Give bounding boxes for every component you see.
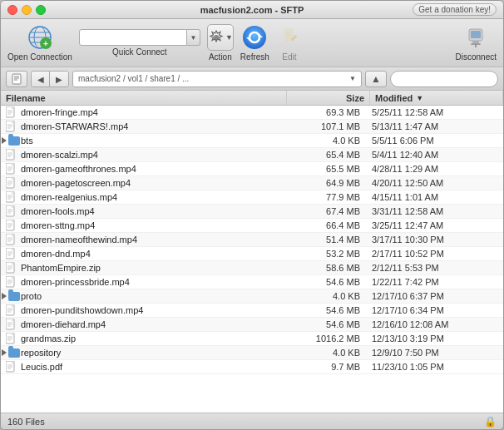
file-modified: 4/20/11 12:50 AM xyxy=(367,178,500,188)
file-icon xyxy=(4,332,17,345)
filename-column-header[interactable]: Filename xyxy=(1,91,287,105)
action-label: Action xyxy=(209,52,232,62)
file-name: bts xyxy=(21,136,284,146)
table-row[interactable]: dmoren-fools.mp467.4 MB3/31/11 12:58 AM xyxy=(1,205,503,219)
file-icon xyxy=(4,261,17,274)
table-row[interactable]: dmoren-gameofthrones.mp465.5 MB4/28/11 1… xyxy=(1,162,503,176)
table-row[interactable]: dmoren-sttng.mp466.4 MB3/25/11 12:47 AM xyxy=(1,219,503,233)
file-icon xyxy=(4,106,17,119)
file-icon xyxy=(4,120,17,133)
main-window: macfusion2.com - SFTP Get a donation key… xyxy=(0,0,504,430)
file-icon xyxy=(4,190,17,204)
file-modified: 4/15/11 1:01 AM xyxy=(367,192,500,202)
file-name: dmoren-gameofthrones.mp4 xyxy=(21,164,284,174)
table-row[interactable]: grandmas.zip1016.2 MB12/13/10 3:19 PM xyxy=(1,332,503,346)
donation-button[interactable]: Get a donation key! xyxy=(413,3,497,16)
file-name: Leucis.pdf xyxy=(21,362,284,372)
table-row[interactable]: dmoren-diehard.mp454.6 MB12/16/10 12:08 … xyxy=(1,318,503,332)
file-icon xyxy=(4,176,17,190)
file-size: 4.0 KB xyxy=(284,291,367,301)
file-size: 58.6 MB xyxy=(284,263,367,273)
file-name: dmoren-punditshowdown.mp4 xyxy=(21,305,284,315)
bookmarks-button[interactable] xyxy=(6,71,27,87)
file-size: 4.0 KB xyxy=(284,348,367,358)
file-modified: 5/13/11 1:47 AM xyxy=(367,121,500,131)
file-modified: 5/4/11 12:40 AM xyxy=(367,150,500,160)
file-name: repository xyxy=(21,348,284,358)
file-size: 65.4 MB xyxy=(284,150,367,160)
table-row[interactable]: dmoren-STARWARS!.mp4107.1 MB5/13/11 1:47… xyxy=(1,120,503,134)
maximize-button[interactable] xyxy=(36,5,46,15)
lock-icon: 🔒 xyxy=(484,416,497,428)
edit-label: Edit xyxy=(282,52,296,62)
table-row[interactable]: dmoren-realgenius.mp477.9 MB4/15/11 1:01… xyxy=(1,190,503,205)
table-row[interactable]: dmoren-nameofthewind.mp451.4 MB3/17/11 1… xyxy=(1,233,503,247)
table-row[interactable]: dmoren-punditshowdown.mp454.6 MB12/17/10… xyxy=(1,304,503,318)
close-button[interactable] xyxy=(7,5,17,15)
file-size: 54.6 MB xyxy=(284,319,367,329)
quick-connect-input-row: ▼ xyxy=(79,29,200,46)
file-size: 77.9 MB xyxy=(284,192,367,202)
refresh-label: Refresh xyxy=(240,52,269,62)
file-name: dmoren-realgenius.mp4 xyxy=(21,192,284,202)
refresh-button[interactable]: Refresh xyxy=(240,24,269,62)
file-size: 51.4 MB xyxy=(284,235,367,245)
quick-connect-dropdown[interactable]: ▼ xyxy=(187,29,200,46)
table-row[interactable]: proto4.0 KB12/17/10 6:37 PM xyxy=(1,289,503,304)
file-size: 64.9 MB xyxy=(284,178,367,188)
file-size: 54.6 MB xyxy=(284,305,367,315)
path-text: macfusion2 / vol1 / share1 / ... xyxy=(78,74,348,83)
path-display[interactable]: macfusion2 / vol1 / share1 / ... ▼ xyxy=(72,71,362,87)
table-row[interactable]: dmoren-princessbride.mp454.6 MB1/22/11 7… xyxy=(1,275,503,289)
minimize-button[interactable] xyxy=(22,5,32,15)
file-modified: 11/23/10 1:05 PM xyxy=(367,362,500,372)
table-row[interactable]: Leucis.pdf9.7 MB11/23/10 1:05 PM xyxy=(1,360,503,374)
file-name: dmoren-diehard.mp4 xyxy=(21,319,284,329)
file-size: 54.6 MB xyxy=(284,277,367,287)
refresh-icon xyxy=(241,24,268,51)
folder-icon xyxy=(4,346,17,359)
size-column-header[interactable]: Size xyxy=(287,91,370,105)
file-icon xyxy=(4,219,17,232)
file-modified: 3/17/11 10:30 PM xyxy=(367,235,500,245)
edit-button[interactable]: Edit xyxy=(276,24,303,62)
status-text: 160 Files xyxy=(7,417,484,427)
search-input[interactable] xyxy=(390,71,498,87)
forward-button[interactable]: ▶ xyxy=(50,72,68,87)
file-size: 9.7 MB xyxy=(284,362,367,372)
table-row[interactable]: dmoren-pagetoscreen.mp464.9 MB4/20/11 12… xyxy=(1,176,503,190)
file-modified: 12/17/10 6:34 PM xyxy=(367,305,500,315)
file-modified: 1/22/11 7:42 PM xyxy=(367,277,500,287)
up-directory-button[interactable]: ▲ xyxy=(365,71,387,87)
action-button[interactable]: ▼ Action xyxy=(207,24,234,62)
file-icon xyxy=(4,304,17,317)
open-connection-icon: + xyxy=(27,24,53,51)
file-name: dmoren-STARWARS!.mp4 xyxy=(21,121,284,131)
file-icon xyxy=(4,162,17,175)
modified-column-header[interactable]: Modified ▼ xyxy=(370,91,503,105)
table-row[interactable]: dmoren-fringe.mp469.3 MB5/25/11 12:58 AM xyxy=(1,106,503,120)
back-button[interactable]: ◀ xyxy=(32,72,50,87)
svg-rect-16 xyxy=(471,31,481,38)
navbar: ◀ ▶ macfusion2 / vol1 / share1 / ... ▼ ▲ xyxy=(1,67,503,91)
table-row[interactable]: repository4.0 KB12/9/10 7:50 PM xyxy=(1,346,503,360)
table-row[interactable]: dmoren-scalzi.mp465.4 MB5/4/11 12:40 AM xyxy=(1,148,503,162)
toolbar: + Open Connection ▼ Quick Connect ▼ Acti… xyxy=(1,19,503,67)
open-connection-button[interactable]: + Open Connection xyxy=(7,24,72,62)
quick-connect-input[interactable] xyxy=(79,29,187,46)
table-row[interactable]: bts4.0 KB5/5/11 6:06 PM xyxy=(1,134,503,148)
file-modified: 12/13/10 3:19 PM xyxy=(367,334,500,344)
file-modified: 2/17/11 10:52 PM xyxy=(367,249,500,259)
file-size: 107.1 MB xyxy=(284,121,367,131)
file-size: 67.4 MB xyxy=(284,206,367,216)
file-icon xyxy=(4,148,17,161)
filelist-scroll[interactable]: dmoren-fringe.mp469.3 MB5/25/11 12:58 AM… xyxy=(1,106,503,413)
file-name: dmoren-dnd.mp4 xyxy=(21,249,284,259)
table-row[interactable]: dmoren-dnd.mp453.2 MB2/17/11 10:52 PM xyxy=(1,247,503,261)
disconnect-button[interactable]: Disconnect xyxy=(456,24,497,62)
table-row[interactable]: PhantomEmpire.zip58.6 MB2/12/11 5:53 PM xyxy=(1,261,503,275)
sort-indicator: ▼ xyxy=(416,94,423,102)
file-size: 69.3 MB xyxy=(284,107,367,117)
file-modified: 12/17/10 6:37 PM xyxy=(367,291,500,301)
titlebar: macfusion2.com - SFTP Get a donation key… xyxy=(1,1,503,19)
